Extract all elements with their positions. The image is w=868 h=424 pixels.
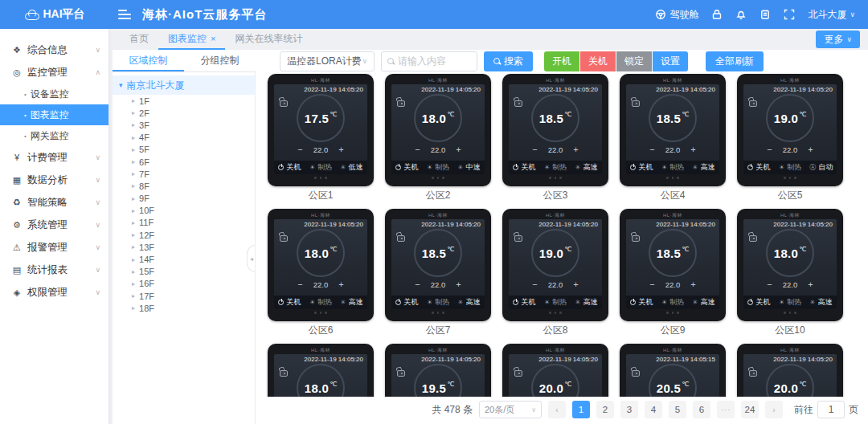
sidebar-item[interactable]: ▤统计报表∨ [0,259,108,281]
fan-speed-status[interactable]: ✳高速 [571,297,602,308]
close-tab-icon[interactable]: × [211,35,215,43]
temp-decrease-button[interactable]: − [297,145,302,154]
heat-mode-status[interactable]: ☀制热 [305,162,337,173]
tree-floor-node[interactable]: ▸7F [113,168,255,180]
fan-speed-status[interactable]: ✳低速 [336,162,367,173]
tree-root-node[interactable]: ▾ 南京北斗大厦 [113,75,255,95]
search-input[interactable] [398,55,470,67]
fan-speed-status[interactable]: ✳高速 [453,297,485,308]
tree-floor-node[interactable]: ▸15F [113,266,255,278]
cockpit-link[interactable]: 驾驶舱 [655,8,698,22]
temp-increase-button[interactable]: + [338,279,343,289]
collapse-menu-icon[interactable] [118,10,131,19]
page-ellipsis[interactable]: ··· [717,401,735,418]
heat-mode-status[interactable]: ☀制热 [657,297,689,308]
temp-decrease-button[interactable]: − [649,145,654,154]
page-button[interactable]: 3 [620,401,638,418]
thermostat-device[interactable]: HL·海林 2022-11-19 14:05:20 20.0 ℃ [502,344,608,397]
heat-mode-status[interactable]: ☀制热 [775,297,806,308]
device-type-select[interactable]: 温控器LORA计费 ∨ [280,51,375,71]
page-button[interactable]: 24 [741,401,759,418]
lock-icon[interactable] [711,9,723,20]
sidebar-item[interactable]: ◎监控管理∧ [0,61,108,84]
tree-floor-node[interactable]: ▸8F [113,180,255,192]
tree-collapse-handle[interactable]: ◂ [247,245,256,272]
goto-page-input[interactable] [817,401,845,418]
temp-decrease-button[interactable]: − [767,145,772,154]
fan-speed-status[interactable]: ✳高速 [688,297,719,308]
open-tab[interactable]: 网关在线率统计 [225,29,312,50]
thermostat-device[interactable]: HL·海林 2022-11-19 14:05:20 18.5 ℃ − 22.0 … [385,209,491,321]
temp-increase-button[interactable]: + [690,145,695,154]
thermostat-device[interactable]: HL·海林 2022-11-19 14:05:15 20.5 ℃ [620,344,726,397]
fan-speed-status[interactable]: ✳高速 [571,162,602,173]
heat-mode-status[interactable]: ☀制热 [423,162,454,173]
sidebar-item[interactable]: ❖综合信息∨ [0,39,108,61]
power-status[interactable]: 关机 [509,162,540,173]
sidebar-item[interactable]: ⚙系统管理∨ [0,214,108,236]
tree-floor-node[interactable]: ▸1F [113,95,255,107]
thermostat-device[interactable]: HL·海林 2022-11-19 14:05:20 18.5 ℃ − 22.0 … [502,74,608,186]
power-status[interactable]: 关机 [626,162,657,173]
temp-increase-button[interactable]: + [338,145,343,154]
heat-mode-status[interactable]: ☀制热 [775,162,806,173]
site-selector[interactable]: 北斗大厦 ∨ [808,8,855,22]
sidebar-item[interactable]: ¥计费管理∨ [0,146,108,169]
temp-decrease-button[interactable]: − [649,279,654,289]
fan-speed-status[interactable]: ✳高速 [805,297,837,308]
page-button[interactable]: 6 [693,401,710,418]
more-button[interactable]: 更多 ∨ [816,31,860,48]
page-button[interactable]: 4 [645,401,662,418]
temp-increase-button[interactable]: + [690,279,695,289]
temp-decrease-button[interactable]: − [532,145,537,154]
tree-floor-node[interactable]: ▸4F [113,132,255,144]
tree-floor-node[interactable]: ▸2F [113,107,255,119]
temp-increase-button[interactable]: + [573,145,578,154]
temp-decrease-button[interactable]: − [415,279,420,289]
heat-mode-status[interactable]: ☀制热 [540,162,571,173]
thermostat-device[interactable]: HL·海林 2022-11-19 14:05:20 18.0 ℃ − 22.0 … [268,209,374,321]
thermostat-device[interactable]: HL·海林 2022-11-19 14:05:20 19.0 ℃ − 22.0 … [502,209,608,321]
heat-mode-status[interactable]: ☀制热 [423,297,454,308]
page-button[interactable]: 2 [596,401,614,418]
thermostat-device[interactable]: HL·海林 2022-11-19 14:05:20 19.5 ℃ [385,344,491,397]
tree-floor-node[interactable]: ▸14F [113,253,255,265]
tree-floor-node[interactable]: ▸9F [113,193,255,205]
thermostat-device[interactable]: HL·海林 2022-11-19 14:05:20 19.0 ℃ − 22.0 … [737,74,843,186]
tree-floor-node[interactable]: ▸18F [113,302,255,314]
lock-button[interactable]: 锁定 [616,51,652,71]
tree-floor-node[interactable]: ▸12F [113,229,255,241]
thermostat-device[interactable]: HL·海林 2022-11-19 14:05:20 18.5 ℃ − 22.0 … [620,74,726,186]
thermostat-device[interactable]: HL·海林 2022-11-19 14:05:20 18.5 ℃ − 22.0 … [620,209,726,321]
tree-floor-node[interactable]: ▸3F [113,119,255,131]
power-status[interactable]: 关机 [743,162,775,173]
sidebar-subitem[interactable]: •设备监控 [0,84,108,104]
settings-button[interactable]: 设置 [653,51,688,71]
fan-speed-status[interactable]: ✳高速 [336,297,367,308]
temp-increase-button[interactable]: + [456,145,461,154]
open-tab[interactable]: 图表监控× [158,29,225,50]
sidebar-item[interactable]: ◈权限管理∨ [0,281,108,304]
sidebar-subitem[interactable]: •网关监控 [0,125,108,146]
temp-decrease-button[interactable]: − [297,279,302,289]
next-page-button[interactable]: › [765,401,783,418]
temp-decrease-button[interactable]: − [532,279,537,289]
power-status[interactable]: 关机 [626,297,657,308]
sidebar-subitem[interactable]: •图表监控 [0,104,108,125]
sidebar-item[interactable]: ♻智能策略∨ [0,191,108,214]
clipboard-icon[interactable] [760,9,771,20]
fan-speed-status[interactable]: ✳高速 [688,162,719,173]
tree-floor-node[interactable]: ▸10F [113,205,255,217]
thermostat-device[interactable]: HL·海林 2022-11-19 14:05:20 20.0 ℃ [737,344,843,397]
refresh-all-button[interactable]: 全部刷新 [706,51,764,71]
temp-decrease-button[interactable]: − [415,145,420,154]
open-tab[interactable]: 首页 [120,29,158,50]
heat-mode-status[interactable]: ☀制热 [305,297,337,308]
subtab[interactable]: 分组控制 [184,50,256,71]
tree-floor-node[interactable]: ▸16F [113,278,255,290]
tree-floor-node[interactable]: ▸11F [113,217,255,229]
tree-floor-node[interactable]: ▸5F [113,144,255,156]
power-status[interactable]: 关机 [743,297,775,308]
fan-speed-status[interactable]: ✳中速 [453,162,485,173]
thermostat-device[interactable]: HL·海林 2022-11-19 14:05:20 17.5 ℃ − 22.0 … [268,74,374,186]
